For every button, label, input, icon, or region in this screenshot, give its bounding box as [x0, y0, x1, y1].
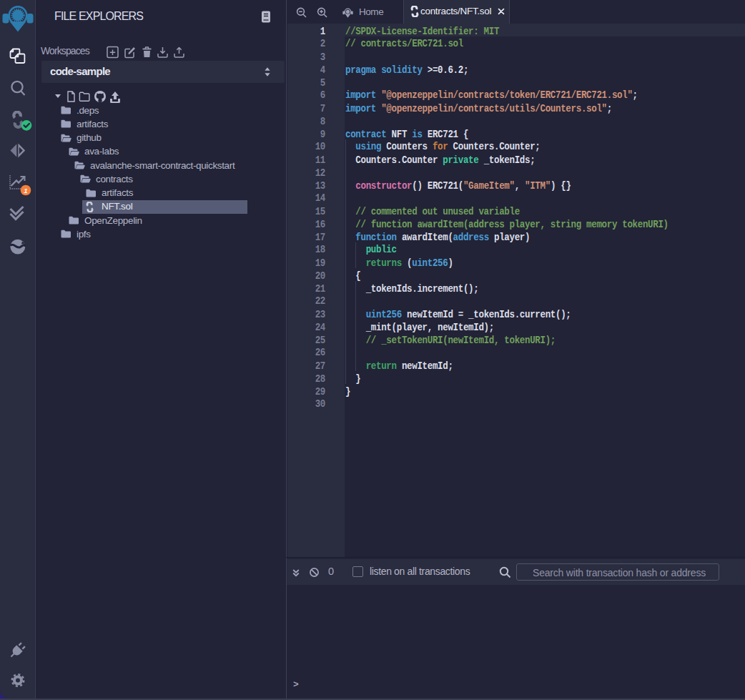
svg-text:1: 1: [24, 187, 27, 194]
